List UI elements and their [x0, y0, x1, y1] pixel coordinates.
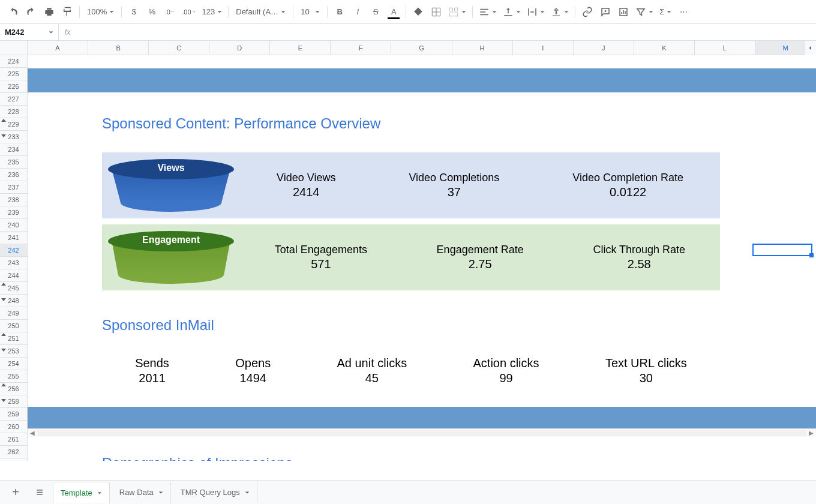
paint-format-button[interactable] — [59, 4, 76, 20]
col-header[interactable]: C — [149, 41, 209, 55]
name-box[interactable]: M242 — [0, 24, 59, 40]
col-header[interactable]: A — [28, 41, 88, 55]
col-header[interactable]: G — [391, 41, 452, 55]
merge-cells-button[interactable] — [446, 4, 469, 20]
col-header[interactable]: B — [88, 41, 149, 55]
row-header[interactable]: 248 — [0, 295, 27, 307]
decrease-decimal-button[interactable]: .0← — [161, 4, 178, 20]
col-header[interactable]: K — [634, 41, 695, 55]
text-color-button[interactable]: A — [385, 4, 402, 20]
sheet-tab-template[interactable]: Template — [53, 482, 110, 503]
filter-icon — [635, 7, 646, 17]
increase-decimal-button[interactable]: .00→ — [179, 4, 198, 20]
fill-handle[interactable] — [809, 253, 814, 257]
select-all-corner[interactable] — [0, 41, 28, 55]
filter-button[interactable] — [633, 4, 656, 20]
horizontal-scrollbar[interactable]: ◀ ▶ — [28, 428, 816, 437]
borders-button[interactable] — [428, 4, 445, 20]
row-header[interactable]: 235 — [0, 156, 27, 169]
scroll-left-arrow[interactable]: ◀ — [28, 430, 37, 436]
col-header[interactable]: D — [209, 41, 270, 55]
bold-button[interactable]: B — [331, 4, 348, 20]
formula-input[interactable] — [77, 24, 816, 40]
cells-canvas[interactable]: Sponsored Content: Performance Overview … — [28, 55, 816, 461]
functions-button[interactable]: Σ — [657, 4, 674, 20]
font-size-dropdown[interactable]: 10 — [297, 4, 323, 20]
col-header[interactable]: F — [331, 41, 391, 55]
views-funnel-shape: Views — [102, 152, 240, 218]
chevron-down-icon[interactable] — [245, 488, 250, 497]
row-header[interactable]: 226 — [0, 80, 27, 93]
row-header[interactable]: 250 — [0, 320, 27, 332]
col-header[interactable]: I — [513, 41, 574, 55]
row-header[interactable]: 244 — [0, 269, 27, 282]
format-percent-button[interactable]: % — [143, 4, 160, 20]
font-family-dropdown[interactable]: Default (Ari... — [232, 4, 289, 20]
row-header[interactable]: 224 — [0, 55, 27, 68]
fill-color-button[interactable] — [410, 4, 427, 20]
horizontal-align-button[interactable] — [476, 4, 499, 20]
redo-button[interactable] — [23, 4, 40, 20]
scroll-columns-right[interactable] — [804, 41, 816, 55]
scroll-right-arrow[interactable]: ▶ — [806, 430, 816, 436]
row-header[interactable]: 260 — [0, 421, 27, 433]
row-header[interactable]: 242 — [0, 244, 27, 257]
add-sheet-button[interactable]: + — [5, 482, 26, 503]
text-wrap-button[interactable] — [524, 4, 547, 20]
row-header[interactable]: 225 — [0, 68, 27, 80]
row-header[interactable]: 253 — [0, 345, 27, 358]
row-header[interactable]: 227 — [0, 93, 27, 106]
row-header[interactable]: 258 — [0, 395, 27, 408]
row-header[interactable]: 251 — [0, 332, 27, 345]
row-header[interactable]: 256 — [0, 383, 27, 395]
row-header[interactable]: 245 — [0, 282, 27, 295]
row-header[interactable]: 234 — [0, 143, 27, 156]
section-divider-bar — [28, 68, 816, 92]
all-sheets-button[interactable]: ≡ — [29, 482, 50, 503]
row-header[interactable]: 239 — [0, 206, 27, 219]
chevron-down-icon — [540, 7, 545, 16]
insert-chart-button[interactable] — [615, 4, 632, 20]
row-header[interactable]: 241 — [0, 232, 27, 244]
col-header[interactable]: H — [452, 41, 513, 55]
row-header[interactable]: 228 — [0, 106, 27, 118]
inmail-action-clicks: Action clicks99 — [473, 356, 539, 385]
text-rotation-button[interactable] — [548, 4, 571, 20]
chevron-down-icon[interactable] — [158, 488, 163, 497]
row-header[interactable]: 263 — [0, 458, 27, 461]
row-header[interactable]: 255 — [0, 370, 27, 383]
italic-button[interactable]: I — [349, 4, 366, 20]
zoom-dropdown[interactable]: 100% — [83, 4, 118, 20]
row-header[interactable]: 261 — [0, 433, 27, 446]
row-header[interactable]: 262 — [0, 446, 27, 458]
col-header[interactable]: E — [270, 41, 331, 55]
sheet-tab-tmr-query-logs[interactable]: TMR Query Logs — [173, 482, 257, 503]
chart-icon — [618, 7, 629, 17]
chevron-down-icon[interactable] — [97, 488, 102, 497]
more-toolbar-button[interactable]: ⋯ — [675, 4, 692, 20]
row-header[interactable]: 238 — [0, 194, 27, 206]
vertical-align-button[interactable] — [500, 4, 523, 20]
row-header[interactable]: 249 — [0, 307, 27, 320]
row-header[interactable]: 233 — [0, 131, 27, 143]
row-header[interactable]: 243 — [0, 257, 27, 269]
row-header[interactable]: 237 — [0, 181, 27, 194]
row-header[interactable]: 259 — [0, 408, 27, 421]
inmail-opens: Opens1494 — [235, 356, 271, 385]
formula-bar: M242 fx — [0, 24, 816, 41]
print-button[interactable] — [41, 4, 58, 20]
row-header[interactable]: 240 — [0, 219, 27, 232]
more-formats-dropdown[interactable]: 123 — [200, 4, 225, 20]
row-header[interactable]: 254 — [0, 358, 27, 370]
insert-link-button[interactable] — [579, 4, 596, 20]
strikethrough-button[interactable]: S — [367, 4, 384, 20]
row-header[interactable]: 229 — [0, 118, 27, 131]
col-header[interactable]: L — [695, 41, 755, 55]
row-header[interactable]: 236 — [0, 169, 27, 181]
undo-button[interactable] — [5, 4, 22, 20]
format-currency-button[interactable]: $ — [125, 4, 142, 20]
col-header[interactable]: J — [574, 41, 634, 55]
insert-comment-button[interactable] — [597, 4, 614, 20]
sheet-tab-raw-data[interactable]: Raw Data — [112, 482, 171, 503]
chevron-down-icon — [49, 28, 53, 37]
